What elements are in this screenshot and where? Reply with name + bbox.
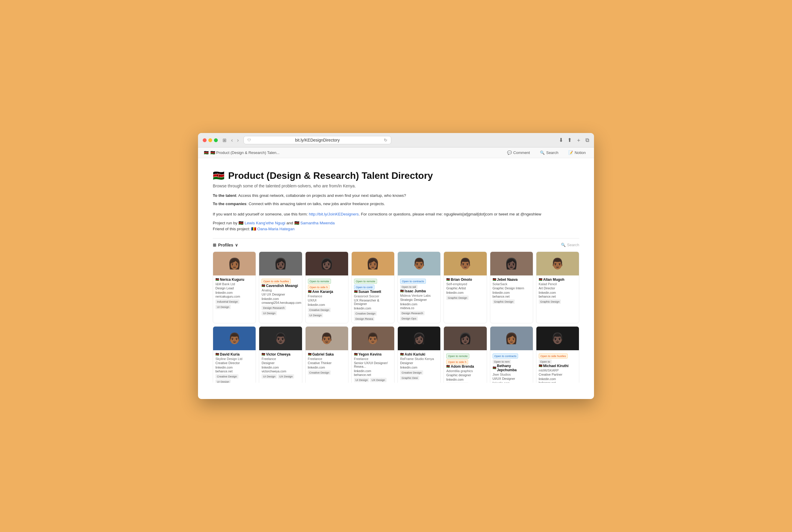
new-tab-icon[interactable]: ＋ bbox=[576, 136, 581, 144]
add-link[interactable]: http://bit.ly/JoinKEDesigners bbox=[309, 212, 359, 216]
profile-info: 🇰🇪Allan MugohKalad PencilArt Directorlin… bbox=[536, 276, 579, 306]
profile-link[interactable]: linkedin.com bbox=[492, 381, 530, 383]
profile-photo: 👨🏾 bbox=[352, 327, 394, 350]
person2-flag: 🇰🇪 bbox=[294, 221, 300, 225]
profile-card[interactable]: 👩🏿Open to remoteOpen to side h🇰🇪Ann Kara… bbox=[305, 251, 348, 323]
download-icon[interactable]: ⬇ bbox=[559, 137, 563, 143]
to-companies-text: To the companies: Connect with this amaz… bbox=[213, 201, 579, 207]
forward-button[interactable]: › bbox=[236, 136, 240, 144]
profile-card[interactable]: 👨🏾🇰🇪Gabriel SakaFreelanceCreative Thinke… bbox=[305, 326, 348, 383]
status-tag: Open to side hustles bbox=[262, 279, 291, 284]
profile-card[interactable]: 👩🏾🇰🇪Nerica KuguruI&M Bank LtdDesign Lead… bbox=[213, 251, 256, 323]
profile-card[interactable]: 👨🏿Open to side hustlesOpen to🇰🇪Michael K… bbox=[536, 326, 579, 383]
profile-status-tags: Open to contractsOpen to sid bbox=[400, 279, 438, 289]
profile-link[interactable]: linkedin.com bbox=[262, 366, 300, 369]
status-tag: Open to sid bbox=[400, 285, 418, 289]
person1-link[interactable]: Lewis Kang'ethe Ngugi bbox=[245, 221, 286, 225]
profile-role: UX Researcher & Designer bbox=[354, 299, 392, 306]
minimize-button[interactable] bbox=[208, 138, 212, 142]
profile-link[interactable]: behance.net bbox=[354, 373, 392, 377]
status-tag: Open to contracts bbox=[400, 279, 426, 284]
profile-link[interactable]: behance.net bbox=[539, 381, 577, 383]
profile-company: Freelance bbox=[354, 357, 392, 361]
profiles-search[interactable]: 🔍 Search bbox=[561, 243, 579, 247]
notion-button[interactable]: 📝 Notion bbox=[566, 149, 588, 156]
profile-link[interactable]: linkedin.com bbox=[354, 369, 392, 373]
back-button[interactable]: ‹ bbox=[230, 136, 234, 144]
profile-card[interactable]: 👨🏾🇰🇪David KuriaSkyline Design LtdCreativ… bbox=[213, 326, 256, 383]
toolbar-left: 🇰🇪 🇰🇪 Product (Design & Research) Talen.… bbox=[204, 150, 279, 155]
profile-name-text: Michael Kiruthi bbox=[543, 364, 568, 368]
profile-flag: 🇰🇪 bbox=[262, 284, 265, 287]
profile-card[interactable]: 👨🏾🇰🇪Brian OmoloSelf-employedGraphic Arti… bbox=[444, 251, 487, 323]
profile-card[interactable]: 👨🏾Open to contractsOpen to sid🇰🇪Isaac Ju… bbox=[398, 251, 441, 323]
skill-tag: UI Design bbox=[354, 378, 369, 382]
profile-name-text: Adom Brenda bbox=[451, 364, 474, 368]
profile-role: Strategic Designer bbox=[400, 298, 438, 302]
profile-card[interactable]: 👨🏾🇰🇪Yegon KevinsFreelanceSenior UX/UI De… bbox=[351, 326, 394, 383]
profile-name-text: Jebet Naava bbox=[497, 278, 518, 282]
profile-card[interactable]: 👨🏾🇰🇪Allan MugohKalad PencilArt Directorl… bbox=[536, 251, 579, 323]
comment-icon: 💬 bbox=[507, 150, 512, 155]
profile-link[interactable]: behance.net bbox=[539, 294, 577, 298]
profile-link[interactable]: behance.net bbox=[492, 294, 530, 298]
profile-link[interactable]: linkedin.com bbox=[492, 291, 530, 294]
profile-card[interactable]: 👩🏿Open to remoteOpen to side h🇰🇪Adom Bre… bbox=[444, 326, 487, 383]
profile-photo: 👩🏾 bbox=[490, 327, 533, 350]
profile-link[interactable]: linkedin.com bbox=[215, 291, 253, 294]
profile-link[interactable]: linkedin.com bbox=[308, 303, 346, 306]
profile-link[interactable]: behance.net bbox=[215, 369, 253, 373]
profile-link[interactable]: nericakuguru.com bbox=[215, 294, 253, 298]
profile-card[interactable]: 👩🏿🇰🇪Ashi KariukiReFrame Studio KenyaDesi… bbox=[398, 326, 441, 383]
profile-link[interactable]: linkedin.com bbox=[446, 291, 484, 294]
friend-link[interactable]: Oana-Maria Hategan bbox=[257, 227, 295, 231]
tabs-icon[interactable]: ⧉ bbox=[585, 137, 589, 143]
project-run: Project run by 🇰🇪 Lewis Kang'ethe Ngugi … bbox=[213, 221, 579, 225]
profile-photo: 👨🏾 bbox=[213, 327, 256, 350]
close-button[interactable] bbox=[203, 138, 207, 142]
profile-role: Creative Director bbox=[215, 361, 253, 365]
status-tag: Open to contr bbox=[354, 285, 375, 290]
profile-name: 🇰🇪Michael Kiruthi bbox=[539, 364, 577, 368]
profile-card[interactable]: 👩🏾Open to contractsOpen to rem🇰🇪Bethany … bbox=[490, 326, 533, 383]
search-small-icon: 🔍 bbox=[561, 243, 566, 247]
address-bar[interactable]: 🛡 bit.ly/KEDesignDirectory ↻ bbox=[244, 136, 391, 144]
profile-name: 🇰🇪Jebet Naava bbox=[492, 278, 530, 282]
status-tag: Open to side h bbox=[308, 285, 330, 290]
profile-card[interactable]: 👩🏿🇰🇪Jebet NaavaSolarSackGraphic Design I… bbox=[490, 251, 533, 323]
skill-tag: Design Ops bbox=[400, 316, 418, 321]
profile-link[interactable]: linkedin.com bbox=[400, 302, 438, 306]
profile-name-text: Bethany Jepchumba bbox=[497, 364, 530, 372]
profile-name: 🇰🇪Cavendish Mwangi bbox=[262, 284, 300, 288]
skill-tag: Design Research bbox=[262, 306, 286, 310]
profile-skill-tags: Creative DesignDesign Resea bbox=[354, 311, 392, 321]
search-button[interactable]: 🔍 Search bbox=[538, 149, 561, 156]
maximize-button[interactable] bbox=[214, 138, 218, 142]
comment-button[interactable]: 💬 Comment bbox=[505, 149, 532, 156]
profile-link[interactable]: linkedin.com bbox=[446, 378, 484, 381]
profile-link[interactable]: linkedin.com bbox=[539, 291, 577, 294]
profile-info: 🇰🇪Nerica KuguruI&M Bank LtdDesign Leadli… bbox=[213, 276, 256, 311]
status-tag: Open to bbox=[539, 359, 552, 364]
profile-card[interactable]: 👨🏿🇰🇪Victor ChweyaFreelanceDesignerlinked… bbox=[259, 326, 302, 383]
skill-tag: Creative Design bbox=[215, 374, 238, 379]
profiles-title-button[interactable]: ⊞ Profiles ∨ bbox=[213, 243, 238, 247]
profile-link[interactable]: linkedin.com bbox=[539, 377, 577, 381]
profile-link[interactable]: linkedin.com bbox=[215, 366, 253, 369]
profile-link[interactable]: linkedin.com bbox=[400, 366, 438, 369]
profile-link[interactable]: mideva.co bbox=[400, 306, 438, 310]
person2-link[interactable]: Samantha Mwenda bbox=[300, 221, 334, 225]
skill-tag: Creative Design bbox=[308, 308, 331, 312]
profile-link[interactable]: linkedin.com bbox=[308, 366, 346, 369]
reload-button[interactable]: ↻ bbox=[384, 138, 387, 142]
profile-link[interactable]: linkedin.com bbox=[354, 306, 392, 310]
profile-card[interactable]: 👩🏿Open to side hustles🇰🇪Cavendish Mwangi… bbox=[259, 251, 302, 323]
profile-link[interactable]: cmwangi254.herokuapp.com bbox=[262, 301, 300, 304]
profile-name-text: Victor Chweya bbox=[266, 352, 290, 357]
share-icon[interactable]: ⬆ bbox=[567, 137, 572, 143]
profile-card[interactable]: 👩🏾Open to remoteOpen to contr🇰🇪Susan Tow… bbox=[351, 251, 394, 323]
profile-link[interactable]: victorchweya.com bbox=[262, 369, 300, 373]
profile-name-text: Isaac Jumba bbox=[405, 289, 426, 293]
sidebar-toggle-icon[interactable]: ⊞ bbox=[223, 137, 226, 143]
profile-link[interactable]: linkedin.com bbox=[262, 297, 300, 301]
